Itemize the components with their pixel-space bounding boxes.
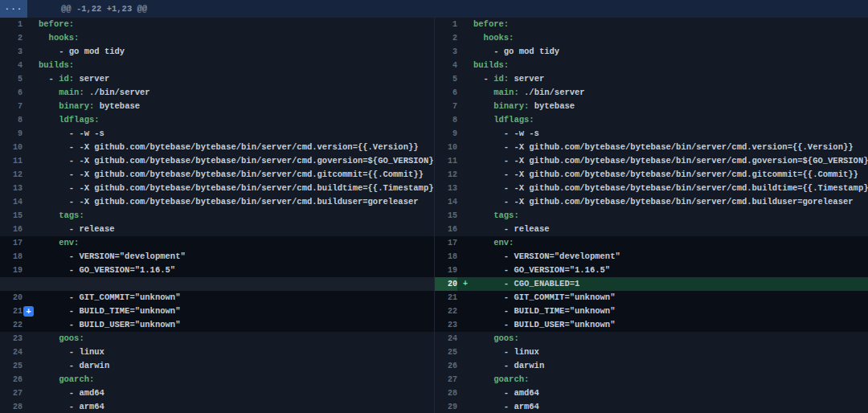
line-marker	[457, 127, 473, 141]
line-number[interactable]: 16	[0, 223, 23, 236]
line-number[interactable]: 9	[0, 127, 23, 141]
line-marker	[23, 332, 39, 346]
code-text: - -X github.com/bytebase/bytebase/bin/se…	[473, 182, 868, 195]
code-text: - darwin	[39, 359, 434, 373]
code-text: - GIT_COMMIT="unknown"	[39, 291, 434, 305]
line-marker	[23, 291, 39, 305]
line-number[interactable]: 24	[0, 346, 23, 359]
line-number[interactable]: 5	[0, 72, 23, 86]
line-marker	[23, 59, 39, 72]
diff-line: 24 goos:	[435, 332, 868, 346]
line-number[interactable]: 14	[0, 195, 23, 209]
line-number[interactable]: 28	[435, 386, 457, 400]
diff-line: 27 - amd64	[0, 386, 434, 400]
line-number[interactable]: 17	[0, 236, 23, 250]
code-text: - GO_VERSION="1.16.5"	[39, 264, 434, 277]
line-number[interactable]: 12	[435, 168, 457, 182]
line-number[interactable]: 14	[435, 195, 457, 209]
line-number[interactable]: 7	[435, 100, 457, 113]
diff-line: 12 - -X github.com/bytebase/bytebase/bin…	[0, 168, 434, 182]
line-number[interactable]: 26	[0, 373, 23, 386]
line-number[interactable]: 9	[435, 127, 457, 141]
line-number[interactable]: 18	[0, 250, 23, 264]
diff-line: 1before:	[435, 18, 868, 31]
line-number[interactable]: 24	[435, 332, 457, 346]
diff-line: 13 - -X github.com/bytebase/bytebase/bin…	[0, 182, 434, 195]
line-number[interactable]: 6	[435, 86, 457, 100]
diff-panes: 1before:2 hooks:3 - go mod tidy4builds:5…	[0, 18, 868, 413]
line-number[interactable]: 21	[435, 291, 457, 305]
line-number[interactable]: 13	[435, 182, 457, 195]
line-number[interactable]: 20	[435, 277, 457, 291]
code-text: - GO_VERSION="1.16.5"	[473, 264, 868, 277]
line-number[interactable]: 4	[435, 59, 457, 72]
line-number[interactable]: 6	[0, 86, 23, 100]
line-number[interactable]: 1	[435, 18, 457, 31]
line-number[interactable]: 19	[0, 264, 23, 277]
code-text: - -X github.com/bytebase/bytebase/bin/se…	[473, 195, 868, 209]
line-number[interactable]: 21	[0, 305, 23, 318]
line-number[interactable]: 23	[435, 318, 457, 332]
code-text: builds:	[473, 59, 868, 72]
add-comment-button[interactable]: +	[23, 306, 34, 317]
line-number[interactable]: 4	[0, 59, 23, 72]
code-text: binary: bytebase	[39, 100, 434, 113]
line-number[interactable]: 19	[435, 264, 457, 277]
line-number[interactable]: 25	[0, 359, 23, 373]
line-number[interactable]: 2	[0, 31, 23, 45]
line-marker	[23, 182, 39, 195]
diff-line: 9 - -w -s	[435, 127, 868, 141]
code-text: - -X github.com/bytebase/bytebase/bin/se…	[39, 168, 434, 182]
line-marker	[23, 223, 39, 236]
line-number[interactable]: 8	[0, 113, 23, 127]
line-number[interactable]: 25	[435, 346, 457, 359]
line-number[interactable]: 3	[0, 45, 23, 59]
diff-line: 9 - -w -s	[0, 127, 434, 141]
line-number[interactable]: 29	[435, 400, 457, 413]
code-text: - go mod tidy	[39, 45, 434, 59]
line-number[interactable]: 26	[435, 359, 457, 373]
line-number[interactable]: 27	[435, 373, 457, 386]
line-number[interactable]: 7	[0, 100, 23, 113]
line-number[interactable]: 11	[435, 154, 457, 168]
line-number[interactable]: 12	[0, 168, 23, 182]
diff-line: 4builds:	[435, 59, 868, 72]
line-marker	[457, 195, 473, 209]
line-number[interactable]: 16	[435, 223, 457, 236]
line-number[interactable]: 13	[0, 182, 23, 195]
line-number[interactable]: 23	[0, 332, 23, 346]
expand-hunk-button[interactable]: ···	[0, 0, 27, 18]
line-number[interactable]: 10	[435, 141, 457, 154]
line-number[interactable]: 1	[0, 18, 23, 31]
diff-line-placeholder	[0, 277, 434, 291]
line-number[interactable]: 3	[435, 45, 457, 59]
diff-line: 13 - -X github.com/bytebase/bytebase/bin…	[435, 182, 868, 195]
line-number[interactable]: 17	[435, 236, 457, 250]
diff-line: 17 env:	[0, 236, 434, 250]
diff-line: 10 - -X github.com/bytebase/bytebase/bin…	[0, 141, 434, 154]
hunk-header: ··· @@ -1,22 +1,23 @@	[0, 0, 868, 18]
diff-line: 29 - arm64	[435, 400, 868, 413]
diff-line: 2 hooks:	[435, 31, 868, 45]
line-number[interactable]: 18	[435, 250, 457, 264]
line-number[interactable]: 15	[0, 209, 23, 223]
line-number[interactable]: 11	[0, 154, 23, 168]
line-marker	[457, 250, 473, 264]
line-number[interactable]: 2	[435, 31, 457, 45]
line-number[interactable]: 28	[0, 400, 23, 413]
line-number[interactable]: 20	[0, 291, 23, 305]
line-number[interactable]: 8	[435, 113, 457, 127]
line-marker	[23, 373, 39, 386]
line-marker	[457, 359, 473, 373]
diff-line: 28 - amd64	[435, 386, 868, 400]
line-number[interactable]: 22	[0, 318, 23, 332]
line-number[interactable]: 22	[435, 305, 457, 318]
line-number[interactable]: 27	[0, 386, 23, 400]
line-marker	[457, 113, 473, 127]
line-number[interactable]: 10	[0, 141, 23, 154]
line-number[interactable]: 5	[435, 72, 457, 86]
line-marker	[457, 346, 473, 359]
code-text: hooks:	[473, 31, 868, 45]
line-number[interactable]: 15	[435, 209, 457, 223]
code-text: main: ./bin/server	[473, 86, 868, 100]
